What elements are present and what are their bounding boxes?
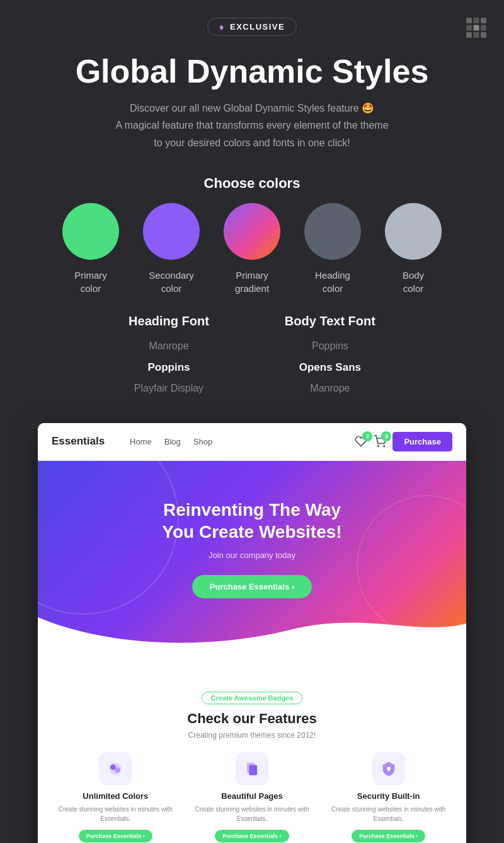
wishlist-icon[interactable]: 2 — [355, 435, 367, 448]
body-font-option-opensans[interactable]: Opens Sans — [299, 358, 361, 378]
heading-font-option-playfair[interactable]: Playfair Display — [134, 380, 203, 398]
badge-label: EXCLUSIVE — [230, 22, 285, 32]
feature-item-security: Security Built-in Create stunning websit… — [323, 752, 454, 842]
wave-divider — [38, 648, 466, 679]
body-font-group: Body Text Font Poppins Opens Sans Manrop… — [285, 314, 375, 398]
svg-rect-8 — [481, 32, 486, 38]
secondary-color-circle[interactable] — [143, 203, 200, 260]
hero-banner-line2: You Create Websites! — [162, 522, 341, 542]
feature-security-btn[interactable]: Purchase Essentials › — [352, 830, 425, 842]
svg-rect-6 — [466, 32, 472, 38]
svg-rect-0 — [466, 18, 472, 23]
fonts-section: Heading Font Manrope Poppins Playfair Di… — [0, 314, 504, 398]
wishlist-count: 2 — [362, 431, 372, 441]
hero-banner-subtitle: Join our company today — [50, 550, 454, 560]
svg-point-13 — [115, 767, 120, 772]
exclusive-badge: ♦ EXCLUSIVE — [207, 18, 297, 36]
color-item-body: Bodycolor — [385, 203, 442, 295]
features-title: Check our Features — [50, 711, 454, 727]
svg-rect-3 — [466, 25, 472, 31]
hero-banner-line1: Reinventing The Way — [163, 500, 341, 520]
feature-colors-icon — [99, 752, 132, 785]
feature-security-icon — [372, 752, 405, 785]
feature-pages-btn[interactable]: Purchase Essentials › — [215, 830, 289, 842]
svg-rect-15 — [249, 765, 257, 775]
body-font-title: Body Text Font — [285, 314, 375, 328]
svg-rect-2 — [481, 18, 486, 23]
svg-point-12 — [111, 765, 116, 770]
hero-banner-title: Reinventing The Way You Create Websites! — [50, 499, 454, 543]
body-font-option-poppins[interactable]: Poppins — [312, 337, 348, 356]
nav-link-home[interactable]: Home — [130, 437, 152, 446]
heading-font-title: Heading Font — [129, 314, 209, 328]
color-item-secondary: Secondarycolor — [143, 203, 200, 295]
feature-colors-name: Unlimited Colors — [83, 791, 148, 801]
preview-navbar: Essentials Home Blog Shop 2 3 Purchase — [38, 423, 466, 461]
hero-subtitle: Discover our all new Global Dynamic Styl… — [0, 95, 504, 151]
body-font-option-manrope[interactable]: Manrope — [310, 380, 350, 398]
heading-color-circle[interactable] — [304, 203, 361, 260]
svg-rect-17 — [388, 769, 389, 772]
svg-point-10 — [384, 446, 385, 447]
logo-icon — [466, 18, 486, 40]
heading-font-group: Heading Font Manrope Poppins Playfair Di… — [129, 314, 209, 398]
nav-icons: 2 3 Purchase — [355, 432, 452, 451]
svg-rect-4 — [474, 25, 479, 31]
top-bar: ♦ EXCLUSIVE — [0, 0, 504, 42]
feature-pages-icon — [236, 752, 268, 785]
page-title: Global Dynamic Styles — [0, 42, 504, 95]
svg-rect-5 — [481, 25, 486, 31]
nav-brand: Essentials — [52, 435, 105, 448]
nav-link-blog[interactable]: Blog — [164, 437, 181, 446]
diamond-icon: ♦ — [219, 21, 225, 32]
primary-color-label: Primarycolor — [74, 269, 107, 295]
svg-rect-1 — [474, 18, 479, 23]
feature-security-desc: Create stunning websites in minutes with… — [323, 805, 454, 823]
nav-links: Home Blog Shop — [130, 437, 340, 446]
heading-color-label: Headingcolor — [315, 269, 350, 295]
subtitle-line2: A magical feature that transforms every … — [50, 117, 454, 134]
heading-font-option-manrope[interactable]: Manrope — [149, 337, 188, 356]
body-color-label: Bodycolor — [403, 269, 424, 295]
feature-security-name: Security Built-in — [357, 791, 420, 801]
svg-point-9 — [378, 446, 379, 447]
features-badge: Create Awesome Badges — [202, 692, 303, 704]
preview-features: Create Awesome Badges Check our Features… — [38, 679, 466, 843]
gradient-color-circle[interactable] — [224, 203, 280, 260]
preview-card: Essentials Home Blog Shop 2 3 Purchase — [38, 423, 466, 843]
subtitle-line1: Discover our all new Global Dynamic Styl… — [50, 100, 454, 117]
color-item-heading: Headingcolor — [304, 203, 361, 295]
nav-link-shop[interactable]: Shop — [193, 437, 212, 446]
svg-rect-7 — [474, 32, 479, 38]
feature-pages-name: Beautiful Pages — [221, 791, 283, 801]
feature-item-pages: Beautiful Pages Create stunning websites… — [187, 752, 318, 842]
colors-section-title: Choose colors — [0, 175, 504, 192]
cart-icon[interactable]: 3 — [374, 435, 386, 448]
feature-item-colors: Unlimited Colors Create stunning website… — [50, 752, 181, 842]
color-item-primary: Primarycolor — [62, 203, 119, 295]
subtitle-line3: to your desired colors and fonts in one … — [50, 134, 454, 151]
primary-color-circle[interactable] — [62, 203, 119, 260]
features-subtitle: Creating premium themes since 2012! — [50, 731, 454, 740]
hero-banner-cta[interactable]: Purchase Essentials › — [192, 575, 312, 598]
heading-font-option-poppins[interactable]: Poppins — [147, 358, 190, 378]
color-circles: Primarycolor Secondarycolor Primarygradi… — [0, 203, 504, 295]
features-grid: Unlimited Colors Create stunning website… — [50, 752, 454, 842]
cart-count: 3 — [381, 431, 391, 441]
gradient-color-label: Primarygradient — [235, 269, 269, 295]
color-item-gradient: Primarygradient — [224, 203, 280, 295]
nav-purchase-button[interactable]: Purchase — [392, 432, 452, 451]
feature-pages-desc: Create stunning websites in minutes with… — [187, 805, 318, 823]
feature-colors-desc: Create stunning websites in minutes with… — [50, 805, 181, 823]
secondary-color-label: Secondarycolor — [149, 269, 194, 295]
feature-colors-btn[interactable]: Purchase Essentials › — [79, 830, 152, 842]
body-color-circle[interactable] — [385, 203, 442, 260]
